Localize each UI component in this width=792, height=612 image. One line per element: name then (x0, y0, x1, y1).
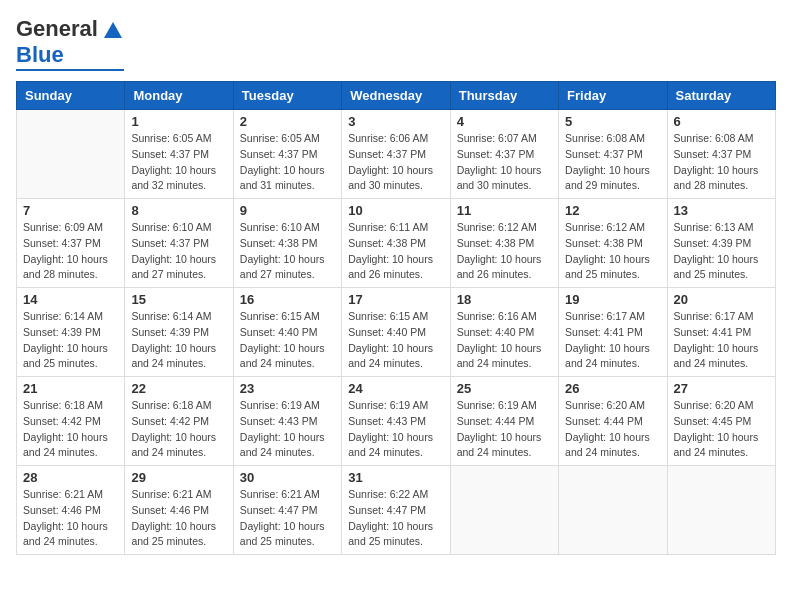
calendar-cell: 31Sunrise: 6:22 AM Sunset: 4:47 PM Dayli… (342, 466, 450, 555)
calendar-cell: 10Sunrise: 6:11 AM Sunset: 4:38 PM Dayli… (342, 199, 450, 288)
calendar-cell: 23Sunrise: 6:19 AM Sunset: 4:43 PM Dayli… (233, 377, 341, 466)
day-number: 8 (131, 203, 226, 218)
day-number: 21 (23, 381, 118, 396)
calendar-week-row: 1Sunrise: 6:05 AM Sunset: 4:37 PM Daylig… (17, 110, 776, 199)
calendar-cell: 29Sunrise: 6:21 AM Sunset: 4:46 PM Dayli… (125, 466, 233, 555)
column-header-monday: Monday (125, 82, 233, 110)
calendar-header-row: SundayMondayTuesdayWednesdayThursdayFrid… (17, 82, 776, 110)
day-info: Sunrise: 6:20 AM Sunset: 4:44 PM Dayligh… (565, 398, 660, 461)
calendar-cell: 18Sunrise: 6:16 AM Sunset: 4:40 PM Dayli… (450, 288, 558, 377)
calendar-cell: 12Sunrise: 6:12 AM Sunset: 4:38 PM Dayli… (559, 199, 667, 288)
calendar-cell: 5Sunrise: 6:08 AM Sunset: 4:37 PM Daylig… (559, 110, 667, 199)
day-info: Sunrise: 6:10 AM Sunset: 4:37 PM Dayligh… (131, 220, 226, 283)
day-info: Sunrise: 6:21 AM Sunset: 4:46 PM Dayligh… (23, 487, 118, 550)
calendar-cell: 28Sunrise: 6:21 AM Sunset: 4:46 PM Dayli… (17, 466, 125, 555)
calendar-cell: 13Sunrise: 6:13 AM Sunset: 4:39 PM Dayli… (667, 199, 775, 288)
calendar-cell: 19Sunrise: 6:17 AM Sunset: 4:41 PM Dayli… (559, 288, 667, 377)
day-info: Sunrise: 6:08 AM Sunset: 4:37 PM Dayligh… (674, 131, 769, 194)
calendar-cell (559, 466, 667, 555)
day-number: 26 (565, 381, 660, 396)
column-header-sunday: Sunday (17, 82, 125, 110)
calendar-cell: 24Sunrise: 6:19 AM Sunset: 4:43 PM Dayli… (342, 377, 450, 466)
calendar-cell: 21Sunrise: 6:18 AM Sunset: 4:42 PM Dayli… (17, 377, 125, 466)
day-number: 12 (565, 203, 660, 218)
day-info: Sunrise: 6:22 AM Sunset: 4:47 PM Dayligh… (348, 487, 443, 550)
day-info: Sunrise: 6:16 AM Sunset: 4:40 PM Dayligh… (457, 309, 552, 372)
column-header-thursday: Thursday (450, 82, 558, 110)
day-number: 28 (23, 470, 118, 485)
column-header-saturday: Saturday (667, 82, 775, 110)
calendar-cell: 9Sunrise: 6:10 AM Sunset: 4:38 PM Daylig… (233, 199, 341, 288)
day-info: Sunrise: 6:12 AM Sunset: 4:38 PM Dayligh… (457, 220, 552, 283)
day-info: Sunrise: 6:05 AM Sunset: 4:37 PM Dayligh… (131, 131, 226, 194)
column-header-friday: Friday (559, 82, 667, 110)
calendar-cell: 16Sunrise: 6:15 AM Sunset: 4:40 PM Dayli… (233, 288, 341, 377)
column-header-tuesday: Tuesday (233, 82, 341, 110)
day-info: Sunrise: 6:18 AM Sunset: 4:42 PM Dayligh… (23, 398, 118, 461)
day-info: Sunrise: 6:15 AM Sunset: 4:40 PM Dayligh… (240, 309, 335, 372)
day-number: 10 (348, 203, 443, 218)
day-info: Sunrise: 6:13 AM Sunset: 4:39 PM Dayligh… (674, 220, 769, 283)
day-number: 6 (674, 114, 769, 129)
day-info: Sunrise: 6:11 AM Sunset: 4:38 PM Dayligh… (348, 220, 443, 283)
page-header: General Blue (16, 16, 776, 71)
calendar-cell: 6Sunrise: 6:08 AM Sunset: 4:37 PM Daylig… (667, 110, 775, 199)
day-info: Sunrise: 6:06 AM Sunset: 4:37 PM Dayligh… (348, 131, 443, 194)
day-info: Sunrise: 6:12 AM Sunset: 4:38 PM Dayligh… (565, 220, 660, 283)
day-number: 30 (240, 470, 335, 485)
calendar-cell: 20Sunrise: 6:17 AM Sunset: 4:41 PM Dayli… (667, 288, 775, 377)
day-number: 15 (131, 292, 226, 307)
day-info: Sunrise: 6:09 AM Sunset: 4:37 PM Dayligh… (23, 220, 118, 283)
day-number: 22 (131, 381, 226, 396)
calendar-cell: 7Sunrise: 6:09 AM Sunset: 4:37 PM Daylig… (17, 199, 125, 288)
day-info: Sunrise: 6:19 AM Sunset: 4:43 PM Dayligh… (240, 398, 335, 461)
day-number: 7 (23, 203, 118, 218)
logo-blue: Blue (16, 42, 64, 67)
column-header-wednesday: Wednesday (342, 82, 450, 110)
day-info: Sunrise: 6:05 AM Sunset: 4:37 PM Dayligh… (240, 131, 335, 194)
day-number: 23 (240, 381, 335, 396)
day-info: Sunrise: 6:08 AM Sunset: 4:37 PM Dayligh… (565, 131, 660, 194)
logo-underline (16, 69, 124, 71)
logo-general: General (16, 16, 98, 42)
calendar-cell: 3Sunrise: 6:06 AM Sunset: 4:37 PM Daylig… (342, 110, 450, 199)
day-number: 29 (131, 470, 226, 485)
calendar-cell: 30Sunrise: 6:21 AM Sunset: 4:47 PM Dayli… (233, 466, 341, 555)
day-number: 2 (240, 114, 335, 129)
day-info: Sunrise: 6:17 AM Sunset: 4:41 PM Dayligh… (674, 309, 769, 372)
calendar-cell: 14Sunrise: 6:14 AM Sunset: 4:39 PM Dayli… (17, 288, 125, 377)
calendar-cell (667, 466, 775, 555)
logo-flag-icon (102, 20, 124, 38)
day-number: 24 (348, 381, 443, 396)
calendar-week-row: 21Sunrise: 6:18 AM Sunset: 4:42 PM Dayli… (17, 377, 776, 466)
logo: General Blue (16, 16, 124, 71)
day-number: 16 (240, 292, 335, 307)
day-number: 17 (348, 292, 443, 307)
calendar-cell: 1Sunrise: 6:05 AM Sunset: 4:37 PM Daylig… (125, 110, 233, 199)
calendar-table: SundayMondayTuesdayWednesdayThursdayFrid… (16, 81, 776, 555)
calendar-cell (17, 110, 125, 199)
calendar-cell: 2Sunrise: 6:05 AM Sunset: 4:37 PM Daylig… (233, 110, 341, 199)
day-number: 13 (674, 203, 769, 218)
day-info: Sunrise: 6:14 AM Sunset: 4:39 PM Dayligh… (23, 309, 118, 372)
day-number: 11 (457, 203, 552, 218)
day-info: Sunrise: 6:18 AM Sunset: 4:42 PM Dayligh… (131, 398, 226, 461)
day-number: 31 (348, 470, 443, 485)
day-number: 1 (131, 114, 226, 129)
day-info: Sunrise: 6:21 AM Sunset: 4:46 PM Dayligh… (131, 487, 226, 550)
day-info: Sunrise: 6:21 AM Sunset: 4:47 PM Dayligh… (240, 487, 335, 550)
calendar-cell: 27Sunrise: 6:20 AM Sunset: 4:45 PM Dayli… (667, 377, 775, 466)
calendar-cell: 8Sunrise: 6:10 AM Sunset: 4:37 PM Daylig… (125, 199, 233, 288)
calendar-cell: 11Sunrise: 6:12 AM Sunset: 4:38 PM Dayli… (450, 199, 558, 288)
day-info: Sunrise: 6:15 AM Sunset: 4:40 PM Dayligh… (348, 309, 443, 372)
calendar-cell: 17Sunrise: 6:15 AM Sunset: 4:40 PM Dayli… (342, 288, 450, 377)
calendar-cell (450, 466, 558, 555)
calendar-week-row: 7Sunrise: 6:09 AM Sunset: 4:37 PM Daylig… (17, 199, 776, 288)
calendar-week-row: 14Sunrise: 6:14 AM Sunset: 4:39 PM Dayli… (17, 288, 776, 377)
day-number: 27 (674, 381, 769, 396)
day-number: 9 (240, 203, 335, 218)
day-info: Sunrise: 6:19 AM Sunset: 4:44 PM Dayligh… (457, 398, 552, 461)
calendar-cell: 26Sunrise: 6:20 AM Sunset: 4:44 PM Dayli… (559, 377, 667, 466)
day-number: 5 (565, 114, 660, 129)
day-info: Sunrise: 6:07 AM Sunset: 4:37 PM Dayligh… (457, 131, 552, 194)
